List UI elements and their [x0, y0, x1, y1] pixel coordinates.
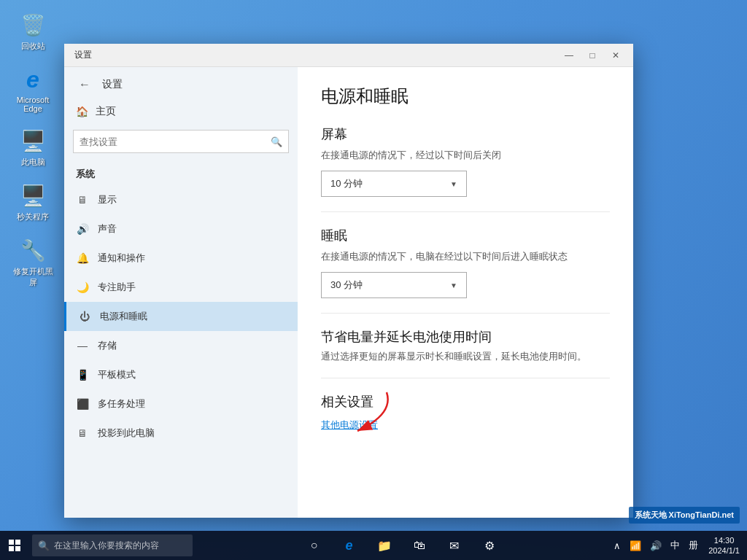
- screen-dropdown-arrow: ▼: [450, 180, 457, 188]
- sleep-heading: 睡眠: [321, 227, 610, 244]
- clock-date: 2024/1/1: [708, 545, 740, 556]
- fix-boot-label: 修复开机黑屏: [10, 266, 55, 288]
- sleep-dropdown[interactable]: 30 分钟 ▼: [321, 272, 467, 298]
- tray-network-icon[interactable]: 📶: [627, 531, 644, 560]
- taskbar-store-button[interactable]: 🛍: [405, 531, 434, 560]
- sidebar-item-storage[interactable]: — 存储: [64, 331, 298, 360]
- sleep-dropdown-value: 30 分钟: [330, 279, 363, 292]
- svg-rect-2: [15, 540, 20, 545]
- desktop-icons: 🗑️ 回收站 e Microsoft Edge 🖥️ 此电脑 🖥️ 秒关程序 🔧…: [7, 7, 58, 291]
- search-box[interactable]: 🔍: [73, 130, 289, 153]
- multitask-icon: ⬛: [76, 397, 89, 411]
- multitask-label: 多任务处理: [98, 397, 145, 411]
- window-titlebar: 设置 — □ ✕: [64, 44, 633, 67]
- power-icon: ⏻: [78, 310, 91, 323]
- tray-grid[interactable]: 册: [686, 531, 701, 560]
- sidebar-home-button[interactable]: 🏠 主页: [64, 99, 298, 124]
- svg-rect-1: [9, 540, 14, 545]
- back-button[interactable]: ←: [76, 76, 93, 93]
- sound-icon: 🔊: [76, 222, 89, 236]
- project-label: 投影到此电脑: [98, 427, 155, 440]
- content-title: 电源和睡眠: [321, 85, 610, 108]
- desktop-icon-secret-program[interactable]: 🖥️ 秒关程序: [7, 178, 58, 225]
- home-label: 主页: [96, 105, 116, 118]
- task-view-button[interactable]: ○: [300, 531, 329, 560]
- desktop: 🗑️ 回收站 e Microsoft Edge 🖥️ 此电脑 🖥️ 秒关程序 🔧…: [0, 0, 747, 560]
- window-title: 设置: [74, 49, 557, 61]
- secret-program-icon: 🖥️: [18, 181, 47, 210]
- sidebar-item-display[interactable]: 🖥 显示: [64, 185, 298, 214]
- sidebar-item-power[interactable]: ⏻ 电源和睡眠: [64, 302, 298, 331]
- thispc-icon: 🖥️: [18, 126, 47, 155]
- maximize-button[interactable]: □: [581, 44, 604, 67]
- sound-label: 声音: [98, 222, 117, 236]
- sleep-desc: 在接通电源的情况下，电脑在经过以下时间后进入睡眠状态: [321, 250, 610, 263]
- sidebar-title: 设置: [102, 78, 123, 91]
- other-power-settings-link[interactable]: 其他电源设置: [321, 419, 378, 432]
- thispc-label: 此电脑: [21, 157, 45, 168]
- taskbar-search-box[interactable]: 🔍 在这里输入你要搜索的内容: [32, 534, 193, 556]
- notifications-label: 通知和操作: [98, 252, 145, 265]
- tablet-label: 平板模式: [98, 368, 136, 381]
- taskbar: 🔍 在这里输入你要搜索的内容 ○ e 📁 🛍 ✉ ⚙ ∧ 📶 🔊 中 册 14:…: [0, 531, 747, 560]
- battery-desc: 通过选择更短的屏幕显示时长和睡眠设置，延长电池使用时间。: [321, 350, 610, 363]
- tablet-icon: 📱: [76, 368, 89, 381]
- tray-clock[interactable]: 14:30 2024/1/1: [704, 535, 744, 556]
- taskbar-explorer-button[interactable]: 📁: [370, 531, 399, 560]
- divider-2: [321, 313, 610, 314]
- storage-label: 存储: [98, 339, 117, 352]
- sidebar-item-notifications[interactable]: 🔔 通知和操作: [64, 244, 298, 273]
- desktop-icon-thispc[interactable]: 🖥️ 此电脑: [7, 123, 58, 171]
- taskbar-search-icon: 🔍: [38, 540, 50, 551]
- tray-ime[interactable]: 中: [667, 531, 683, 560]
- sidebar-section-label: 系统: [64, 159, 298, 185]
- sidebar-item-multitask[interactable]: ⬛ 多任务处理: [64, 389, 298, 419]
- svg-rect-3: [9, 546, 14, 551]
- screen-desc: 在接通电源的情况下，经过以下时间后关闭: [321, 149, 610, 162]
- taskbar-settings-button[interactable]: ⚙: [475, 531, 504, 560]
- display-label: 显示: [98, 193, 117, 206]
- divider-1: [321, 211, 610, 212]
- desktop-icon-fix-boot[interactable]: 🔧 修复开机黑屏: [7, 233, 58, 291]
- project-icon: 🖥: [76, 427, 89, 440]
- secret-program-label: 秒关程序: [17, 211, 49, 222]
- close-button[interactable]: ✕: [604, 44, 627, 67]
- desktop-icon-recycle-bin[interactable]: 🗑️ 回收站: [7, 7, 58, 55]
- battery-title: 节省电量并延长电池使用时间: [321, 328, 610, 346]
- search-icon: 🔍: [271, 136, 282, 147]
- sidebar-item-project[interactable]: 🖥 投影到此电脑: [64, 419, 298, 448]
- svg-rect-4: [15, 546, 20, 551]
- windows-logo-icon: [9, 540, 20, 551]
- sleep-dropdown-arrow: ▼: [450, 281, 457, 289]
- sidebar-item-focus[interactable]: 🌙 专注助手: [64, 273, 298, 302]
- taskbar-middle: ○ e 📁 🛍 ✉ ⚙: [193, 531, 611, 560]
- window-body: ← 设置 🏠 主页 🔍 系统 🖥 显示 🔊: [64, 67, 633, 518]
- edge-label: Microsoft Edge: [10, 96, 55, 113]
- storage-icon: —: [76, 339, 89, 352]
- related-settings-title: 相关设置: [321, 393, 610, 411]
- screen-dropdown[interactable]: 10 分钟 ▼: [321, 171, 467, 197]
- minimize-button[interactable]: —: [557, 44, 581, 67]
- taskbar-edge-button[interactable]: e: [335, 531, 364, 560]
- notifications-icon: 🔔: [76, 252, 89, 265]
- display-icon: 🖥: [76, 193, 89, 206]
- tray-volume-icon[interactable]: 🔊: [647, 531, 665, 560]
- edge-taskbar-icon: e: [346, 538, 353, 553]
- taskbar-tray: ∧ 📶 🔊 中 册 14:30 2024/1/1: [611, 531, 747, 560]
- search-input[interactable]: [80, 136, 271, 147]
- battery-section: 节省电量并延长电池使用时间 通过选择更短的屏幕显示时长和睡眠设置，延长电池使用时…: [321, 328, 610, 363]
- clock-time: 14:30: [708, 535, 740, 545]
- fix-boot-icon: 🔧: [18, 236, 47, 265]
- taskbar-mail-button[interactable]: ✉: [440, 531, 469, 560]
- start-button[interactable]: [0, 531, 29, 560]
- edge-icon: e: [18, 65, 47, 94]
- settings-window: 设置 — □ ✕ ← 设置 🏠 主页 🔍: [64, 44, 633, 518]
- screen-dropdown-value: 10 分钟: [330, 177, 363, 190]
- tray-expand-button[interactable]: ∧: [611, 531, 624, 560]
- power-label: 电源和睡眠: [100, 310, 147, 323]
- screen-heading: 屏幕: [321, 125, 610, 143]
- sidebar-item-sound[interactable]: 🔊 声音: [64, 214, 298, 244]
- sidebar-item-tablet[interactable]: 📱 平板模式: [64, 360, 298, 389]
- focus-label: 专注助手: [98, 281, 136, 294]
- desktop-icon-edge[interactable]: e Microsoft Edge: [7, 62, 58, 116]
